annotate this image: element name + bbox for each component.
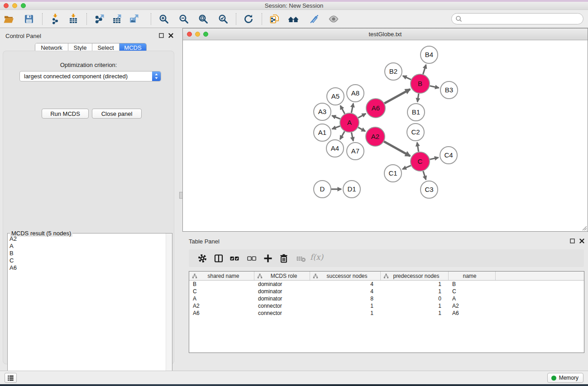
table-row[interactable]: Bdominator41B [189, 281, 584, 288]
mcds-result-item[interactable]: C [10, 257, 165, 264]
table-row[interactable]: Adominator80A [189, 295, 584, 302]
zoom-in-icon[interactable] [158, 13, 170, 25]
node-label-A: A [347, 119, 352, 126]
table-cell[interactable]: 0 [381, 295, 449, 302]
table-cell[interactable]: A6 [449, 310, 496, 316]
home-icon[interactable] [287, 13, 300, 25]
columns-icon[interactable] [212, 252, 225, 265]
memory-button[interactable]: Memory [547, 373, 583, 383]
table-cell[interactable]: dominator [254, 281, 310, 287]
table-cell[interactable]: dominator [254, 295, 310, 302]
column-header-MCDS-role[interactable]: MCDS role [254, 272, 310, 280]
zoom-fit-icon[interactable] [197, 13, 210, 25]
float-table-panel-icon[interactable] [570, 238, 575, 243]
table-cell[interactable]: A [449, 295, 496, 302]
run-mcds-button[interactable]: Run MCDS [42, 109, 89, 119]
edge-B-B1[interactable] [417, 94, 419, 102]
zoom-selected-icon[interactable] [217, 13, 229, 25]
column-header-name[interactable]: name [449, 272, 496, 280]
edge-A-A4[interactable] [340, 131, 344, 139]
table-cell[interactable]: 4 [310, 288, 381, 295]
gear-icon[interactable] [196, 252, 209, 265]
delete-column-icon[interactable] [277, 252, 290, 265]
refresh-icon[interactable] [242, 13, 255, 25]
edge-C-C3[interactable] [423, 171, 426, 180]
edge-C-C4[interactable] [430, 157, 438, 159]
table-cell[interactable]: A [189, 295, 254, 302]
table-cell[interactable]: connector [254, 310, 310, 316]
zoom-out-icon[interactable] [177, 13, 190, 25]
deselect-all-icon[interactable] [245, 252, 258, 265]
hide-annotations-icon[interactable] [308, 13, 320, 25]
node-table[interactable]: shared nameMCDS rolesuccessor nodesprede… [189, 271, 584, 353]
table-cell[interactable]: 1 [310, 303, 381, 309]
edge-A2-C[interactable] [384, 142, 410, 156]
mcds-result-item[interactable]: A6 [10, 264, 165, 272]
edge-A-A8[interactable] [351, 104, 353, 113]
eye-icon[interactable] [327, 13, 340, 25]
edge-A-A6[interactable] [358, 114, 366, 118]
edge-A-A7[interactable] [351, 133, 353, 141]
mcds-result-item[interactable]: A [10, 243, 165, 250]
network-canvas[interactable]: B4B2BB3A5A8A6A3B1AA1C2A2A4A7C4CC1DD1C3 [183, 40, 588, 231]
resize-grip-icon[interactable] [581, 224, 587, 231]
table-cell[interactable]: 1 [381, 288, 449, 295]
table-cell[interactable]: A2 [449, 303, 496, 309]
clone-network-icon[interactable] [268, 13, 281, 25]
table-cell[interactable]: 1 [381, 310, 449, 316]
column-header-shared-name[interactable]: shared name [189, 272, 254, 280]
edge-C-C1[interactable] [402, 166, 411, 169]
result-scrollbar[interactable] [166, 234, 172, 382]
close-panel-button[interactable]: Close panel [92, 109, 142, 119]
edge-B-B4[interactable] [423, 65, 426, 74]
export-network-icon[interactable] [93, 13, 106, 25]
table-cell[interactable]: B [189, 281, 254, 287]
edge-A-A2[interactable] [358, 128, 365, 132]
edge-B-B3[interactable] [430, 86, 439, 88]
table-cell[interactable]: 1 [310, 310, 381, 316]
table-cell[interactable]: dominator [254, 288, 310, 295]
table-cell[interactable]: 1 [381, 281, 449, 287]
criterion-dropdown[interactable]: largest connected component (directed) [19, 71, 161, 81]
network-window-titlebar[interactable]: testGlobe.txt [183, 29, 588, 40]
node-label-B4: B4 [425, 51, 433, 58]
import-network-icon[interactable] [49, 13, 62, 25]
search-input[interactable] [464, 15, 579, 22]
column-header-successor-nodes[interactable]: successor nodes [310, 272, 381, 280]
float-panel-icon[interactable] [159, 33, 164, 38]
table-cell[interactable]: connector [254, 303, 310, 309]
close-panel-icon[interactable] [168, 33, 173, 38]
fx-function-button[interactable]: f(x) [310, 253, 323, 262]
edge-C-C2[interactable] [417, 143, 418, 152]
mcds-result-list[interactable]: A2ABCA6 [8, 235, 165, 382]
edge-B-B2[interactable] [403, 76, 411, 80]
table-cell[interactable]: C [189, 288, 254, 295]
select-all-icon[interactable] [228, 252, 241, 265]
table-cell[interactable]: B [449, 281, 496, 287]
search-field[interactable] [451, 13, 583, 24]
table-row[interactable]: A6connector11A6 [189, 310, 584, 317]
import-table-icon[interactable] [67, 13, 80, 25]
save-session-icon[interactable] [23, 13, 35, 25]
column-header-predecessor-nodes[interactable]: predecessor nodes [381, 272, 449, 280]
export-table-icon[interactable] [110, 13, 123, 25]
table-cell[interactable]: 4 [310, 281, 381, 287]
table-cell[interactable]: 1 [381, 303, 449, 309]
close-table-panel-icon[interactable] [579, 238, 584, 243]
export-image-icon[interactable] [128, 13, 140, 25]
open-session-icon[interactable] [2, 13, 15, 25]
table-cell[interactable]: 8 [310, 295, 381, 302]
table-row[interactable]: Cdominator41C [189, 288, 584, 295]
edge-A-A5[interactable] [340, 105, 345, 114]
table-cell[interactable]: A6 [189, 310, 254, 316]
edge-A-A3[interactable] [332, 116, 340, 119]
table-cell[interactable]: A2 [189, 303, 254, 309]
edge-A6-B[interactable] [384, 89, 410, 103]
edge-A-A1[interactable] [332, 126, 340, 129]
table-row[interactable]: A2connector11A2 [189, 302, 584, 310]
table-header-row[interactable]: shared nameMCDS rolesuccessor nodesprede… [189, 272, 584, 281]
table-cell[interactable]: C [449, 288, 496, 295]
add-column-icon[interactable] [262, 252, 274, 265]
task-history-button[interactable] [5, 373, 17, 383]
mcds-result-item[interactable]: B [10, 250, 165, 257]
